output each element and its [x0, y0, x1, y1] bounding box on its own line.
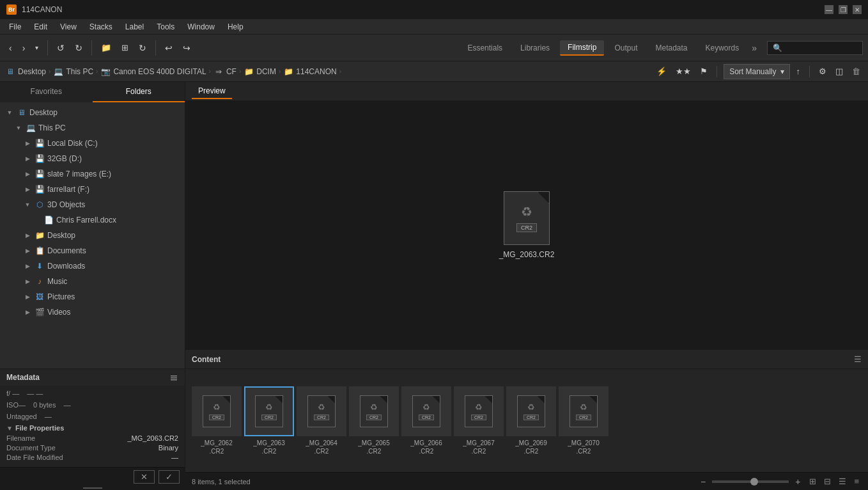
menu-tools[interactable]: Tools — [150, 19, 181, 34]
nav-dropdown-button[interactable]: ▾ — [31, 42, 42, 54]
tree-item-pictures[interactable]: ▶ 🖼 Pictures — [0, 289, 185, 304]
zoom-out-button[interactable]: − — [699, 477, 707, 487]
rotate-right-button[interactable]: ↺ — [71, 40, 86, 56]
tab-keywords[interactable]: Keywords — [698, 41, 747, 55]
tab-libraries[interactable]: Libraries — [513, 41, 557, 55]
thumbnail-item[interactable]: ♻CR2_MG_2066 .CR2 — [401, 386, 451, 455]
thumbnail-label: _MG_2063 .CR2 — [253, 439, 284, 455]
breadcrumb-desktop[interactable]: 🖥 Desktop — [5, 67, 46, 77]
minimize-button[interactable]: — — [825, 5, 833, 14]
sort-label: Sort Manually — [729, 67, 776, 76]
view-options-button[interactable]: ⚙ — [816, 65, 829, 77]
zoom-slider[interactable] — [712, 480, 789, 483]
zoom-in-button[interactable]: + — [794, 477, 802, 487]
filename-label: Filename — [6, 434, 35, 442]
panel-toggle-button[interactable]: ◫ — [833, 65, 846, 77]
tree-item-music[interactable]: ▶ ♪ Music — [0, 274, 185, 289]
menu-help[interactable]: Help — [221, 19, 250, 34]
multi-view-button[interactable]: ⊞ — [118, 40, 132, 55]
more-workspaces-icon[interactable]: » — [749, 43, 759, 53]
nav-forward-button[interactable]: › — [19, 40, 29, 56]
breadcrumb-sep-3: › — [209, 68, 211, 75]
thumbnail-item[interactable]: ♻CR2_MG_2070 .CR2 — [559, 386, 608, 455]
flag-filter-button[interactable]: ⚑ — [697, 65, 710, 77]
menu-file[interactable]: File — [3, 19, 27, 34]
thumbnail-item[interactable]: ♻CR2_MG_2065 .CR2 — [349, 386, 399, 455]
tree-item-desktop-sub[interactable]: ▶ 📁 Desktop — [0, 228, 185, 243]
filmstrip-scroll[interactable]: ♻CR2_MG_2062 .CR2♻CR2_MG_2063 .CR2♻CR2_M… — [185, 369, 868, 472]
menu-label[interactable]: Label — [119, 19, 150, 34]
redo-button[interactable]: ↪ — [179, 40, 194, 56]
metadata-confirm-button[interactable]: ✓ — [159, 470, 180, 484]
breadcrumb-114canon[interactable]: 📁 114CANON — [283, 67, 336, 77]
expand-videos: ▶ — [23, 308, 32, 317]
metadata-resize-handle[interactable] — [0, 486, 185, 490]
tab-folders[interactable]: Folders — [93, 82, 185, 102]
file-props-toggle[interactable]: ▼ File Properties — [6, 424, 178, 432]
menu-view[interactable]: View — [54, 19, 83, 34]
menu-window[interactable]: Window — [181, 19, 221, 34]
tree-item-3dobjects[interactable]: ▼ ⬡ 3D Objects — [0, 197, 185, 212]
tab-essentials[interactable]: Essentials — [460, 41, 510, 55]
preview-tab[interactable]: Preview — [192, 84, 232, 99]
close-button[interactable]: ✕ — [853, 5, 862, 14]
view-filmstrip-button[interactable]: ⊟ — [821, 475, 833, 487]
tab-filmstrip[interactable]: Filmstrip — [560, 40, 604, 56]
refresh-button[interactable]: ↻ — [135, 40, 150, 56]
thumbnail-item[interactable]: ♻CR2_MG_2064 .CR2 — [297, 386, 346, 455]
separator-2 — [91, 40, 92, 56]
tree-item-videos[interactable]: ▶ 🎬 Videos — [0, 304, 185, 320]
tree-item-drive-e[interactable]: ▶ 💾 slate 7 images (E:) — [0, 166, 185, 182]
tree-item-drive-d[interactable]: ▶ 💾 32GB (D:) — [0, 151, 185, 166]
preview-area: ♻ CR2 _MG_2063.CR2 — [185, 101, 868, 349]
thumbnail-item[interactable]: ♻CR2_MG_2063 .CR2 — [244, 386, 294, 455]
chris-farrell-icon: 📄 — [43, 215, 54, 225]
status-right: − + ⊞ ⊟ ☰ ≡ — [699, 475, 862, 487]
tab-favorites[interactable]: Favorites — [0, 82, 93, 102]
tree-item-downloads[interactable]: ▶ ⬇ Downloads — [0, 258, 185, 274]
undo-button[interactable]: ↩ — [161, 40, 176, 56]
drive-e-icon: 💾 — [35, 169, 45, 179]
breadcrumb-camera[interactable]: 📷 Canon EOS 400D DIGITAL — [100, 67, 206, 77]
filmstrip-area: Content ☰ ♻CR2_MG_2062 .CR2♻CR2_MG_2063 … — [185, 349, 868, 490]
tree-item-documents[interactable]: ▶ 📋 Documents — [0, 243, 185, 258]
maximize-button[interactable]: ❐ — [839, 5, 848, 14]
breadcrumb-cf[interactable]: ⇒ CF — [213, 67, 236, 77]
thumbnail-item[interactable]: ♻CR2_MG_2062 .CR2 — [192, 386, 242, 455]
breadcrumb-end: › — [339, 68, 341, 75]
stars-filter-button[interactable]: ★★ — [673, 65, 694, 77]
tree-label-3dobjects: 3D Objects — [47, 200, 85, 209]
filter-button[interactable]: ⚡ — [654, 65, 669, 77]
search-input[interactable] — [767, 41, 863, 55]
window-controls: — ❐ ✕ — [825, 5, 862, 14]
thumbnail-item[interactable]: ♻CR2_MG_2069 .CR2 — [506, 386, 556, 455]
menu-stacks[interactable]: Stacks — [83, 19, 119, 34]
metadata-cancel-button[interactable]: ✕ — [134, 470, 155, 484]
content-options-button[interactable]: ☰ — [854, 354, 862, 364]
tree-item-desktop[interactable]: ▼ 🖥 Desktop — [0, 105, 185, 120]
thumbnail-image: ♻CR2 — [454, 386, 504, 436]
tree-item-thispc[interactable]: ▼ 💻 This PC — [0, 120, 185, 136]
statusbar: 8 items, 1 selected − + ⊞ ⊟ ☰ ≡ — [185, 472, 868, 490]
tab-output[interactable]: Output — [607, 41, 645, 55]
thumbnail-item[interactable]: ♻CR2_MG_2067 .CR2 — [454, 386, 504, 455]
tab-metadata[interactable]: Metadata — [647, 41, 695, 55]
rotate-left-button[interactable]: ↺ — [53, 40, 68, 56]
view-grid-button[interactable]: ⊞ — [807, 475, 819, 487]
breadcrumb-sep-2: › — [96, 68, 98, 75]
menu-edit[interactable]: Edit — [27, 19, 54, 34]
tree-item-drive-f[interactable]: ▶ 💾 farrellart (F:) — [0, 182, 185, 197]
sort-dropdown[interactable]: Sort Manually ▾ — [724, 64, 789, 79]
view-detail-button[interactable]: ≡ — [851, 475, 862, 487]
file-props-content: Filename _MG_2063.CR2 Document Type Bina… — [6, 434, 178, 461]
delete-button[interactable]: 🗑 — [849, 65, 863, 77]
metadata-header[interactable]: Metadata — [0, 369, 185, 386]
tree-item-chris-farrell[interactable]: ▶ 📄 Chris Farrell.docx — [0, 212, 185, 228]
nav-back-button[interactable]: ‹ — [5, 40, 16, 56]
breadcrumb-dcim[interactable]: 📁 DCIM — [244, 67, 276, 77]
tree-item-local-c[interactable]: ▶ 💾 Local Disk (C:) — [0, 136, 185, 151]
breadcrumb-thispc[interactable]: 💻 This PC — [53, 67, 93, 77]
view-list-button[interactable]: ☰ — [836, 475, 849, 487]
folder-view-button[interactable]: 📁 — [97, 40, 115, 55]
sort-asc-button[interactable]: ↑ — [794, 65, 803, 77]
